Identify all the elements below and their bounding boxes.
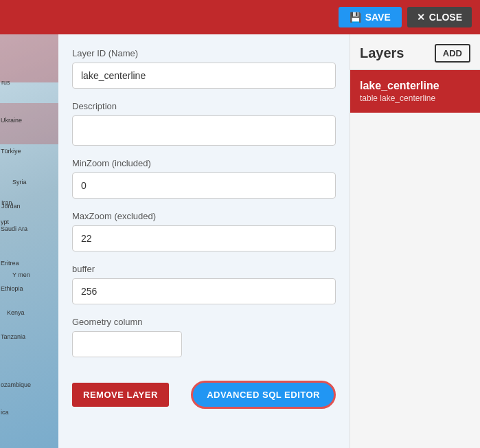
layer-sub: table lake_centerline (360, 93, 470, 103)
description-group: Description (72, 101, 336, 146)
remove-layer-button[interactable]: REMOVE LAYER (72, 383, 169, 407)
map-label: Ethiopia (1, 285, 23, 292)
geometry-column-input[interactable] (72, 331, 182, 357)
description-input[interactable] (72, 115, 336, 146)
advanced-sql-editor-button[interactable]: ADVANCED SQL EDITOR (191, 381, 336, 409)
map-label: Y men (12, 271, 30, 278)
map-label: rus (1, 79, 10, 86)
map-label: Eritrea (1, 260, 19, 267)
geometry-column-label: Geometry column (72, 317, 336, 327)
min-zoom-label: MinZoom (included) (72, 158, 336, 168)
save-icon: 💾 (350, 12, 361, 23)
max-zoom-input[interactable] (72, 225, 336, 251)
sidebar: Layers ADD lake_centerline table lake_ce… (350, 34, 480, 448)
save-button[interactable]: 💾 SAVE (339, 7, 402, 27)
top-bar: 💾 SAVE ✕ CLOSE (0, 0, 480, 34)
buffer-group: buffer (72, 264, 336, 304)
layer-id-label: Layer ID (Name) (72, 48, 336, 58)
map-label: ypt (1, 219, 9, 225)
geometry-column-group: Geometry column (72, 317, 336, 357)
close-icon: ✕ (417, 12, 425, 23)
max-zoom-label: MaxZoom (excluded) (72, 211, 336, 221)
map-label: Iran (1, 199, 12, 206)
form-actions: REMOVE LAYER ADVANCED SQL EDITOR (72, 374, 336, 409)
map-label: Syria (12, 179, 27, 186)
form-panel: Layer ID (Name) Description MinZoom (inc… (58, 34, 350, 448)
map-labels: rus Ukraine Türkiye Syria Jordan Iran Sa… (0, 34, 58, 448)
description-label: Description (72, 101, 336, 111)
map-label: ozambique (1, 381, 31, 388)
map-label: ica (1, 409, 9, 416)
main-layout: rus Ukraine Türkiye Syria Jordan Iran Sa… (0, 34, 480, 448)
buffer-label: buffer (72, 264, 336, 274)
map-label: Ukraine (1, 117, 22, 124)
map-area: rus Ukraine Türkiye Syria Jordan Iran Sa… (0, 34, 58, 448)
min-zoom-input[interactable] (72, 172, 336, 199)
map-label: Tanzania (1, 333, 25, 340)
layer-name: lake_centerline (360, 80, 470, 92)
map-label: Kenya (7, 309, 25, 316)
max-zoom-group: MaxZoom (excluded) (72, 211, 336, 251)
map-label: Saudi Ara (1, 225, 27, 232)
buffer-input[interactable] (72, 278, 336, 304)
layer-id-group: Layer ID (Name) (72, 48, 336, 89)
sidebar-header: Layers ADD (350, 34, 480, 70)
layer-id-input[interactable] (72, 63, 336, 89)
map-label: Türkiye (1, 148, 21, 155)
min-zoom-group: MinZoom (included) (72, 158, 336, 199)
add-layer-button[interactable]: ADD (435, 44, 470, 63)
layer-item-lake-centerline[interactable]: lake_centerline table lake_centerline (350, 70, 480, 113)
sidebar-title: Layers (360, 45, 404, 61)
close-button[interactable]: ✕ CLOSE (407, 7, 472, 27)
